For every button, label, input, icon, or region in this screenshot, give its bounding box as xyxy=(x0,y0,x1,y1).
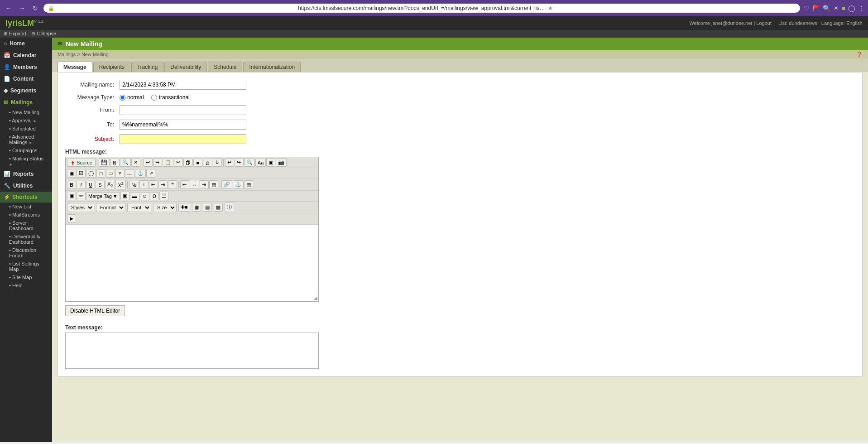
from-input[interactable] xyxy=(120,105,246,115)
form-btn[interactable]: ▭ xyxy=(106,169,115,178)
dropdown-btn[interactable]: ▿ xyxy=(115,169,125,178)
spellcheck-btn[interactable]: ⤋ xyxy=(213,158,222,167)
cut-btn[interactable]: ✂ xyxy=(174,158,183,167)
subscript-btn[interactable]: X2 xyxy=(105,180,115,189)
hr-btn[interactable]: — xyxy=(125,169,134,178)
sidebar-item-home[interactable]: ⌂ Home xyxy=(0,38,52,49)
info-btn[interactable]: ⓘ xyxy=(225,203,234,212)
remove-btn[interactable]: ✕ xyxy=(131,158,140,167)
ext-btn1[interactable]: 🚩 xyxy=(812,5,820,12)
select-all-btn[interactable]: ■ xyxy=(193,159,202,167)
sidebar-sub-scheduled[interactable]: • Scheduled xyxy=(0,125,52,133)
align-left-btn[interactable]: ⇤ xyxy=(180,180,189,189)
ext-btn2[interactable]: 🔍 xyxy=(823,5,830,12)
code-btn[interactable]: ✏ xyxy=(77,192,86,200)
sidebar-sub-advanced[interactable]: • Advanced Mailings ► xyxy=(0,133,52,146)
bookmark-btn[interactable]: ♡ xyxy=(804,5,810,12)
sidebar-item-members[interactable]: 👤 Members xyxy=(0,61,52,73)
sidebar-sub-discussion-forum[interactable]: • Discussion Forum xyxy=(0,246,52,260)
print-btn[interactable]: 🖨 xyxy=(203,159,212,167)
font-dropdown[interactable]: Font xyxy=(127,203,151,212)
subject-input[interactable] xyxy=(120,134,246,144)
sidebar-sub-deliverability-dashboard[interactable]: • Deliverability Dashboard xyxy=(0,232,52,246)
source-button[interactable]: ⧭ Source xyxy=(67,159,96,167)
sidebar-item-reports[interactable]: 📊 Reports xyxy=(0,168,52,180)
layout-btn[interactable]: ☰ xyxy=(159,192,168,200)
disable-html-editor-button[interactable]: Disable HTML Editor xyxy=(65,305,125,316)
ul-btn[interactable]: ⁝ xyxy=(139,180,149,189)
tab-internationalization[interactable]: Internationalization xyxy=(243,62,301,72)
indent-btn[interactable]: ⇥ xyxy=(158,180,168,189)
table-btn[interactable]: ▣ xyxy=(266,158,275,167)
outdent-btn[interactable]: ⇤ xyxy=(149,180,158,189)
strikethrough-btn[interactable]: S xyxy=(96,181,105,189)
text-field-btn[interactable]: □ xyxy=(96,169,106,178)
editor-canvas[interactable]: ◢ xyxy=(66,224,318,301)
save-btn[interactable]: 💾 xyxy=(99,158,110,167)
ol-btn[interactable]: № xyxy=(129,181,139,189)
tab-recipients[interactable]: Recipients xyxy=(93,62,130,72)
undo-btn[interactable]: ↩ xyxy=(144,158,153,167)
checkbox-btn[interactable]: ☑ xyxy=(77,169,86,178)
preview-btn[interactable]: 🔍 xyxy=(120,158,131,167)
special-char-btn[interactable]: Ω xyxy=(150,192,159,200)
sidebar-sub-campaigns[interactable]: • Campaigns xyxy=(0,146,52,154)
sidebar-item-utilities[interactable]: 🔧 Utilities xyxy=(0,180,52,192)
new-doc-btn[interactable]: 🗎 xyxy=(110,159,120,167)
underline-btn[interactable]: U xyxy=(86,181,95,189)
address-bar[interactable]: 🔒 https://cts.lmsslsecure.com/mailings/n… xyxy=(43,4,800,13)
page-props-btn[interactable]: ▣ xyxy=(67,169,76,178)
link-btn2[interactable]: ↗ xyxy=(146,169,155,178)
bold-btn[interactable]: B xyxy=(67,181,76,189)
replace-btn[interactable]: ↪ xyxy=(235,158,244,167)
indent2-btn[interactable]: ▬ xyxy=(130,192,139,200)
paste-btn[interactable]: 📋 xyxy=(163,158,173,167)
tab-message[interactable]: Message xyxy=(58,62,92,72)
sidebar-item-mailings[interactable]: ✉ Mailings xyxy=(0,97,52,108)
superscript-btn[interactable]: X2 xyxy=(115,180,125,189)
menu-btn[interactable]: ⋮ xyxy=(858,5,864,12)
sidebar-sub-list-settings-map[interactable]: • List Settings Map xyxy=(0,260,52,273)
smiley-btn[interactable]: ☺ xyxy=(140,192,149,200)
sidebar-item-calendar[interactable]: 📅 Calendar xyxy=(0,49,52,61)
size-dropdown[interactable]: Size xyxy=(153,203,177,212)
align-right-btn[interactable]: ⇥ xyxy=(200,180,209,189)
ext-btn3[interactable]: ☀ xyxy=(833,5,839,12)
sidebar-sub-new-mailing[interactable]: • New Mailing xyxy=(0,108,52,116)
align-center-btn[interactable]: ↔ xyxy=(190,181,199,189)
chart-btn[interactable]: ▩ xyxy=(214,203,223,212)
radio-normal[interactable]: normal xyxy=(120,94,144,101)
table2-btn[interactable]: ▣ xyxy=(120,192,129,200)
format-dropdown[interactable]: Format xyxy=(96,203,125,212)
back-button[interactable]: ← xyxy=(4,4,14,13)
sidebar-item-content[interactable]: 📄 Content xyxy=(0,73,52,85)
refresh-button[interactable]: ↻ xyxy=(31,4,40,13)
styles-dropdown[interactable]: Styles xyxy=(67,203,94,212)
radio-btn[interactable]: ◯ xyxy=(86,169,96,178)
sidebar-sub-server-dashboard[interactable]: • Server Dashboard xyxy=(0,219,52,232)
anchor-btn[interactable]: ⚓ xyxy=(135,169,146,178)
resize-handle[interactable]: ◢ xyxy=(314,295,317,300)
find2-btn[interactable]: 🔍 xyxy=(244,158,255,167)
mailing-name-input[interactable] xyxy=(120,80,246,90)
tab-deliverability[interactable]: Deliverability xyxy=(164,62,207,72)
copy-btn[interactable]: 🗍 xyxy=(183,159,193,167)
text-color-btn[interactable]: Aa xyxy=(255,159,266,167)
tab-tracking[interactable]: Tracking xyxy=(131,62,164,72)
image-btn[interactable]: 📷 xyxy=(276,158,287,167)
sidebar-sub-new-list[interactable]: • New List xyxy=(0,203,52,211)
italic-btn[interactable]: I xyxy=(77,181,86,189)
justify-btn[interactable]: ▤ xyxy=(209,180,218,189)
sidebar-sub-help[interactable]: • Help xyxy=(0,281,52,290)
text-message-area[interactable] xyxy=(65,333,319,369)
expand-btn[interactable]: ⊕ Expand xyxy=(4,31,26,37)
insert-link-btn[interactable]: 🔗 xyxy=(221,180,232,189)
sidebar-sub-mailing-status[interactable]: • Mailing Status ► xyxy=(0,154,52,168)
sidebar-item-segments[interactable]: ◆ Segments xyxy=(0,85,52,97)
unlink-btn[interactable]: ⚓ xyxy=(233,180,244,189)
to-input[interactable] xyxy=(120,120,246,130)
tab-schedule[interactable]: Schedule xyxy=(208,62,242,72)
ext-btn5[interactable]: ◯ xyxy=(848,5,855,12)
collapse-btn[interactable]: ⊖ Collapse xyxy=(31,31,56,37)
radio-transactional[interactable]: transactional xyxy=(151,94,190,101)
